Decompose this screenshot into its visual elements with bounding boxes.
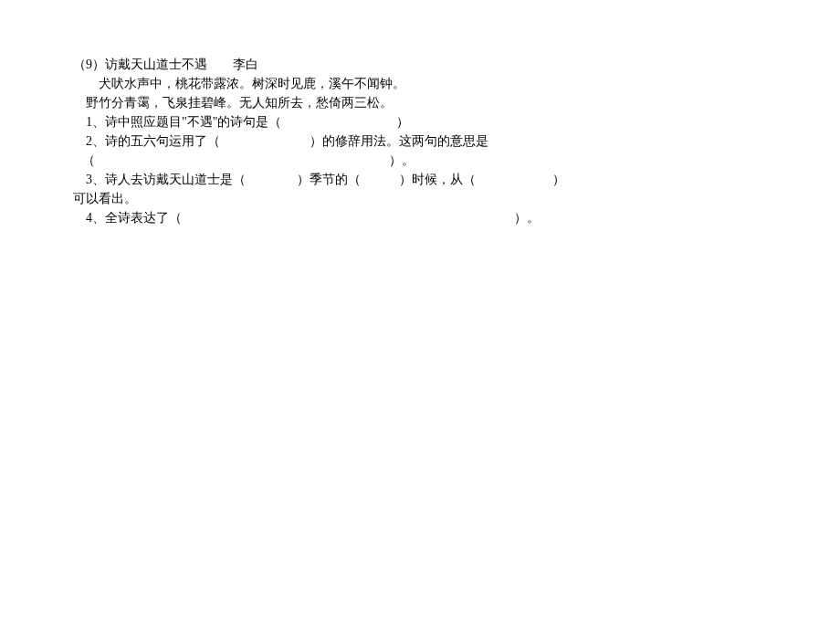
poem-line-1: 犬吠水声中，桃花带露浓。树深时见鹿，溪午不闻钟。 <box>73 74 767 93</box>
question-2: 2、诗的五六句运用了（ ）的修辞用法。这两句的意思是 <box>73 131 767 151</box>
document-body: （9）访戴天山道士不遇 李白 犬吠水声中，桃花带露浓。树深时见鹿，溪午不闻钟。 … <box>73 55 767 227</box>
question-2-cont: （ ）。 <box>73 151 767 170</box>
question-3-cont: 可以看出。 <box>73 189 767 208</box>
question-4: 4、全诗表达了（ ）。 <box>73 208 767 227</box>
title-line: （9）访戴天山道士不遇 李白 <box>73 55 767 74</box>
question-1: 1、诗中照应题目"不遇"的诗句是（ ） <box>73 112 767 131</box>
poem-line-2: 野竹分青霭，飞泉挂碧峰。无人知所去，愁倚两三松。 <box>73 93 767 112</box>
question-3: 3、诗人去访戴天山道士是（ ）季节的（ ）时候，从（ ） <box>73 170 767 189</box>
